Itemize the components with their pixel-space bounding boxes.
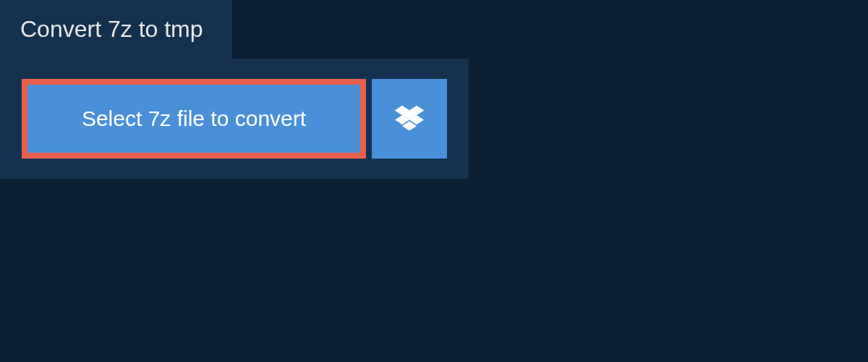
tab-title[interactable]: Convert 7z to tmp (0, 0, 232, 59)
upload-panel: Select 7z file to convert (0, 59, 469, 179)
select-file-button[interactable]: Select 7z file to convert (22, 79, 366, 159)
select-file-label: Select 7z file to convert (82, 106, 306, 131)
dropbox-button[interactable] (372, 79, 447, 159)
dropbox-icon (395, 106, 424, 132)
